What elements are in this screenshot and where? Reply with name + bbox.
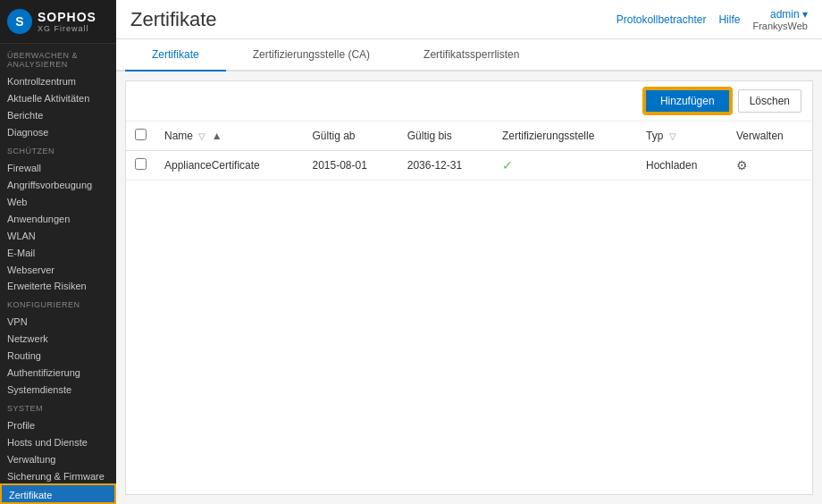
sidebar-item-netzwerk[interactable]: Netzwerk (0, 329, 116, 346)
section-label-schuetzen: Schützen (0, 139, 116, 158)
typ-filter-icon[interactable]: ▽ (669, 131, 676, 141)
tab-zertifizierungsstelle[interactable]: Zertifizierungsstelle (CA) (226, 39, 397, 71)
sidebar-item-hosts-und-dienste[interactable]: Hosts und Dienste (0, 433, 116, 449)
col-verwalten: Verwalten (727, 122, 812, 151)
sidebar-item-erweiterte-risiken[interactable]: Erweiterte Risiken (0, 276, 116, 293)
section-label-system: System (0, 397, 116, 416)
sidebar-item-verwaltung[interactable]: Verwaltung (0, 449, 116, 466)
tab-zertifikate[interactable]: Zertifikate (125, 39, 226, 71)
row-checkbox[interactable] (135, 158, 147, 170)
sidebar-item-systemdienste[interactable]: Systemdienste (0, 380, 116, 397)
admin-name[interactable]: admin ▾ (752, 8, 808, 21)
logo-area: S SOPHOS XG Firewall (0, 0, 116, 44)
sidebar: S SOPHOS XG Firewall Überwachen & Analys… (0, 0, 116, 504)
sophos-logo-icon: S (7, 9, 32, 34)
xg-text: XG Firewall (38, 24, 96, 33)
sidebar-item-email[interactable]: E-Mail (0, 243, 116, 260)
hilfe-link[interactable]: Hilfe (718, 13, 740, 26)
sidebar-item-zertifikate[interactable]: Zertifikate (0, 483, 116, 504)
sidebar-item-kontrollzentrum[interactable]: Kontrollzentrum (0, 71, 116, 88)
sophos-brand: SOPHOS XG Firewall (38, 10, 96, 33)
main-content: Zertifikate Protokollbetrachter Hilfe ad… (116, 0, 822, 504)
topbar-right: Protokollbetrachter Hilfe admin ▾ Franky… (616, 8, 808, 31)
table-container: Name ▽ ▲ Gültig ab Gültig bis Zertifizie… (126, 122, 812, 494)
add-button[interactable]: Hinzufügen (644, 88, 731, 113)
section-label-konfigurieren: Konfigurieren (0, 293, 116, 312)
sidebar-item-firewall[interactable]: Firewall (0, 158, 116, 175)
sidebar-item-sicherung-firmware[interactable]: Sicherung & Firmware (0, 466, 116, 483)
row-gueltig-ab: 2015-08-01 (303, 151, 398, 181)
action-bar: Hinzufügen Löschen (126, 81, 812, 122)
sidebar-item-anwendungen[interactable]: Anwendungen (0, 209, 116, 226)
sidebar-item-aktuelle-aktivitaeten[interactable]: Aktuelle Aktivitäten (0, 88, 116, 105)
select-all-checkbox[interactable] (135, 129, 147, 140)
delete-button[interactable]: Löschen (738, 89, 801, 113)
sidebar-item-web[interactable]: Web (0, 192, 116, 209)
row-zertifizierungsstelle: ✓ (493, 151, 637, 181)
sidebar-item-routing[interactable]: Routing (0, 346, 116, 363)
sidebar-item-diagnose[interactable]: Diagnose (0, 122, 116, 139)
col-zertifizierungsstelle: Zertifizierungsstelle (493, 122, 637, 151)
sidebar-item-webserver[interactable]: Webserver (0, 260, 116, 277)
section-label-ueberwachen: Überwachen & Analysieren (0, 44, 116, 71)
col-typ: Typ ▽ (637, 122, 727, 151)
sophos-text: SOPHOS (38, 10, 96, 24)
topbar: Zertifikate Protokollbetrachter Hilfe ad… (116, 0, 822, 39)
row-verwalten: ⚙ (727, 151, 812, 181)
sidebar-item-authentifizierung[interactable]: Authentifizierung (0, 363, 116, 380)
content-area: Hinzufügen Löschen Name ▽ ▲ Gü (125, 80, 813, 495)
col-select (126, 122, 155, 151)
col-gueltig-bis: Gültig bis (398, 122, 493, 151)
admin-username: FrankysWeb (752, 21, 808, 31)
tabs-bar: Zertifikate Zertifizierungsstelle (CA) Z… (116, 39, 822, 71)
protokollbetrachter-link[interactable]: Protokollbetrachter (616, 13, 707, 26)
row-gueltig-bis: 2036-12-31 (398, 151, 493, 181)
checkmark-icon: ✓ (502, 158, 513, 172)
sidebar-item-vpn[interactable]: VPN (0, 312, 116, 329)
gear-icon[interactable]: ⚙ (736, 158, 748, 172)
sidebar-item-wlan[interactable]: WLAN (0, 226, 116, 243)
certificates-table: Name ▽ ▲ Gültig ab Gültig bis Zertifizie… (126, 122, 812, 181)
admin-info: admin ▾ FrankysWeb (752, 8, 808, 31)
row-typ: Hochladen (637, 151, 727, 181)
col-gueltig-ab: Gültig ab (303, 122, 398, 151)
page-title: Zertifikate (130, 8, 217, 31)
sidebar-item-angriffsvorbeugung[interactable]: Angriffsvorbeugung (0, 175, 116, 192)
col-name: Name ▽ ▲ (155, 122, 303, 151)
sidebar-item-profile[interactable]: Profile (0, 416, 116, 433)
table-header-row: Name ▽ ▲ Gültig ab Gültig bis Zertifizie… (126, 122, 812, 151)
tab-zertifikatssperrlisten[interactable]: Zertifikatssperrlisten (397, 39, 546, 71)
sidebar-item-berichte[interactable]: Berichte (0, 105, 116, 122)
name-sort-icon[interactable]: ▲ (212, 130, 222, 142)
row-select-cell (126, 151, 155, 181)
table-row: ApplianceCertificate 2015-08-01 2036-12-… (126, 151, 812, 181)
name-filter-icon[interactable]: ▽ (198, 131, 206, 141)
row-name: ApplianceCertificate (155, 151, 303, 181)
